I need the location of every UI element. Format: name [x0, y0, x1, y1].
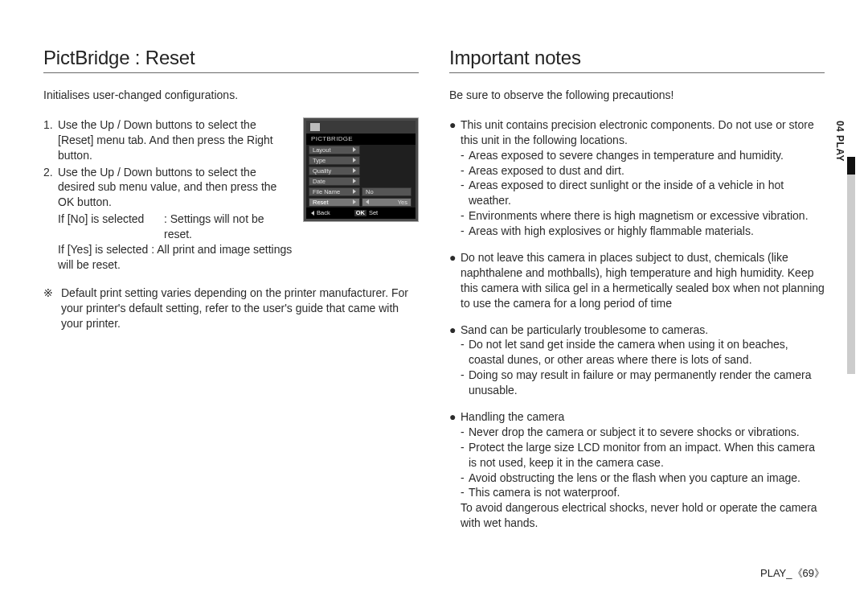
right-intro-text: Be sure to observe the following precaut…: [449, 88, 825, 103]
lcd-menu-title: PICTBRIDGE: [306, 134, 416, 145]
left-intro-text: Initialises user-changed configurations.: [43, 88, 419, 103]
heading-rule: [43, 72, 419, 73]
footer-section-label: PLAY_: [760, 567, 792, 579]
precaution-group-3: ● Sand can be particularly troublesome t…: [449, 323, 825, 338]
step-2: 2. Use the Up / Down buttons to select t…: [43, 165, 293, 211]
side-tab-bar: [847, 157, 855, 374]
chapter-side-tab: 04 PLAY: [831, 157, 855, 374]
side-tab-marker: [847, 157, 855, 175]
precaution-group-4: ● Handling the camera: [449, 409, 825, 425]
if-no-line: If [No] is selected : Settings will not …: [58, 212, 293, 242]
printer-icon: [310, 123, 320, 131]
pictbridge-reset-heading: PictBridge : Reset: [43, 47, 419, 69]
right-column: Important notes Be sure to observe the f…: [449, 47, 825, 576]
manual-page: 04 PLAY PictBridge : Reset Initialises u…: [0, 0, 868, 600]
page-number: 69: [803, 567, 814, 579]
left-column: PictBridge : Reset Initialises user-chan…: [43, 47, 419, 576]
default-print-note: ※ Default print setting varies depending…: [43, 286, 419, 331]
precaution-group-1: ● This unit contains precision electroni…: [449, 117, 825, 148]
camera-lcd-figure: PICTBRIDGE Layout Type Quality Date File…: [303, 117, 419, 222]
if-yes-line: If [Yes] is selected : All print and ima…: [58, 242, 293, 273]
precaution-group-2: ● Do not leave this camera in places sub…: [449, 250, 825, 311]
heading-rule: [449, 72, 825, 73]
step-1: 1. Use the Up / Down buttons to select t…: [43, 117, 293, 163]
page-footer: PLAY_《69》: [760, 566, 825, 581]
wet-hands-warning: To avoid dangerous electrical shocks, ne…: [449, 500, 825, 531]
reference-mark-icon: ※: [43, 286, 61, 331]
important-notes-heading: Important notes: [449, 47, 825, 69]
side-tab-label: 04 PLAY: [834, 121, 845, 162]
